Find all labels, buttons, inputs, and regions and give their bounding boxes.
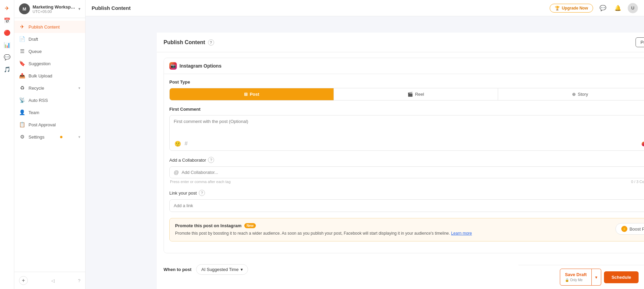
collaborator-help-icon[interactable]: ? [208,157,214,163]
promote-title: Promote this post on Instagram [175,223,242,228]
sidebar-item-team[interactable]: 👤 Team [14,106,85,119]
post-type-reel-icon: 🎬 [408,92,413,97]
notifications-icon[interactable]: 🔔 [613,3,623,13]
boost-post-button[interactable]: ⚡ Boost Post [615,223,644,235]
user-avatar[interactable]: U [628,3,638,13]
collaborator-label: Add a Collaborator [169,158,206,163]
messages-icon[interactable]: 💬 [598,3,608,13]
workspace-avatar: M [19,3,30,14]
first-comment-label: First Comment [169,107,644,112]
first-comment-box: 🙂 # 2200 [169,115,644,151]
at-symbol-icon: @ [174,169,179,175]
help-button[interactable]: ? [78,278,80,283]
sidebar-item-suggestion[interactable]: 🔖 Suggestion [14,57,85,70]
instagram-options-body: Post Type ⊞ Post 🎬 Reel ⊕ Story [164,74,644,253]
first-comment-input[interactable] [174,119,644,138]
bulk-upload-icon: 📤 [19,73,25,79]
quick-analytics-icon[interactable]: 📊 [2,39,13,50]
suggestion-icon: 🔖 [19,60,25,67]
post-type-reel-button[interactable]: 🎬 Reel [334,88,498,100]
publish-icon: ✈ [19,24,25,30]
upgrade-label: Upgrade Now [562,6,588,11]
when-to-post-label: When to post [164,267,191,272]
link-input-box [169,199,644,212]
workspace-header[interactable]: M Marketing Workspa... UTC+05:00 ▾ [14,0,85,18]
hashtag-icon[interactable]: # [185,141,188,147]
link-help-icon[interactable]: ? [199,190,205,196]
sidebar-item-draft-label: Draft [29,37,38,42]
sidebar-footer: + ◁ ? [14,272,85,289]
sidebar-item-post-approval-label: Post Approval [29,122,56,127]
collaborator-count: 0 / 3 Collaborators [631,180,644,184]
quick-calendar-icon[interactable]: 📅 [2,15,13,26]
upgrade-button[interactable]: 🏆 Upgrade Now [550,4,593,13]
ai-time-chevron: ▾ [241,267,243,272]
settings-expand-icon: ▾ [78,135,80,139]
link-label: Link your post [169,191,197,196]
collaborator-label-row: Add a Collaborator ? [169,157,644,163]
post-type-reel-label: Reel [415,92,424,97]
sidebar: M Marketing Workspa... UTC+05:00 ▾ ✈ Pub… [14,0,86,289]
post-type-post-label: Post [250,92,259,97]
post-type-label: Post Type [169,79,644,85]
sidebar-item-publish[interactable]: ✈ Publish Content [14,21,85,33]
save-draft-expand-button[interactable]: ▾ [592,269,601,286]
add-workspace-button[interactable]: + [19,276,28,285]
comment-toolbar: 🙂 # 2200 [174,139,644,147]
quick-audio-icon[interactable]: 🎵 [2,64,13,75]
save-draft-button[interactable]: Save Draft 🔒 Only Me [560,269,592,286]
workspace-expand-icon[interactable]: ▾ [78,6,80,11]
content-panel: Publish Content ? Preview →| 📷 Instagram… [157,33,644,289]
link-input[interactable] [174,203,644,208]
sidebar-item-draft[interactable]: 📄 Draft [14,33,85,45]
main-layout: Publish Content ? Preview →| 📷 Instagram… [157,33,644,289]
quick-post-icon[interactable]: 🔴 [2,27,13,38]
sidebar-item-settings-label: Settings [29,134,44,140]
char-count: 2200 [642,142,644,146]
sidebar-item-settings[interactable]: ⚙ Settings ▾ [14,131,85,143]
preview-button[interactable]: Preview →| [636,37,644,47]
sidebar-item-bulk-upload[interactable]: 📤 Bulk Upload [14,70,85,82]
post-approval-icon: 📋 [19,122,25,128]
post-type-post-button[interactable]: ⊞ Post [170,88,334,100]
sidebar-item-recycle[interactable]: ♻ Recycle ▾ [14,82,85,94]
collaborator-input[interactable] [182,170,644,175]
content-header-title-text: Publish Content [164,39,205,46]
sidebar-collapse-button[interactable]: ◁ [51,278,55,283]
first-comment-section: First Comment 🙂 # 2200 [169,107,644,151]
post-type-story-button[interactable]: ⊕ Story [498,88,644,100]
quick-publish-icon[interactable]: ✈ [2,3,13,14]
collaborator-section: Add a Collaborator ? @ Press enter or co… [169,157,644,184]
promote-title-row: Promote this post on Instagram New [175,223,611,228]
save-draft-label: Save Draft [565,272,587,278]
learn-more-link[interactable]: Learn more [451,231,472,236]
link-label-row: Link your post ? [169,190,644,196]
content-body: 📷 Instagram Options ∧ Post Type ⊞ Post [157,52,644,289]
ig-char-count-icon [642,142,644,146]
content-header-title-row: Publish Content ? [164,39,214,46]
sidebar-item-queue[interactable]: ☰ Queue [14,45,85,57]
settings-dot [60,136,62,138]
ai-suggested-time-button[interactable]: AI Suggested Time ▾ [196,264,248,275]
promote-description: Promote this post by boosting it to reac… [175,230,611,236]
instagram-options-title-row: 📷 Instagram Options [169,62,222,70]
post-type-story-label: Story [578,92,588,97]
trophy-icon: 🏆 [555,6,560,11]
instagram-options-title: Instagram Options [179,63,222,69]
boost-icon: ⚡ [621,226,627,232]
quick-inbox-icon[interactable]: 💬 [2,52,13,62]
team-icon: 👤 [19,109,25,115]
sidebar-item-post-approval[interactable]: 📋 Post Approval [14,119,85,131]
comment-emoji-icons: 🙂 # [174,141,188,147]
queue-icon: ☰ [19,48,25,54]
header-help-icon[interactable]: ? [208,39,214,46]
schedule-button[interactable]: Schedule [604,271,639,283]
topnav: Publish Content 🏆 Upgrade Now 💬 🔔 U [86,0,644,16]
workspace-timezone: UTC+05:00 [33,10,76,14]
emoji-icon[interactable]: 🙂 [174,141,181,147]
promote-section: Promote this post on Instagram New Promo… [169,218,644,241]
page-title: Publish Content [92,5,546,11]
sidebar-item-auto-rss[interactable]: 📡 Auto RSS [14,94,85,106]
settings-icon: ⚙ [19,134,25,140]
sidebar-item-publish-label: Publish Content [29,24,60,30]
